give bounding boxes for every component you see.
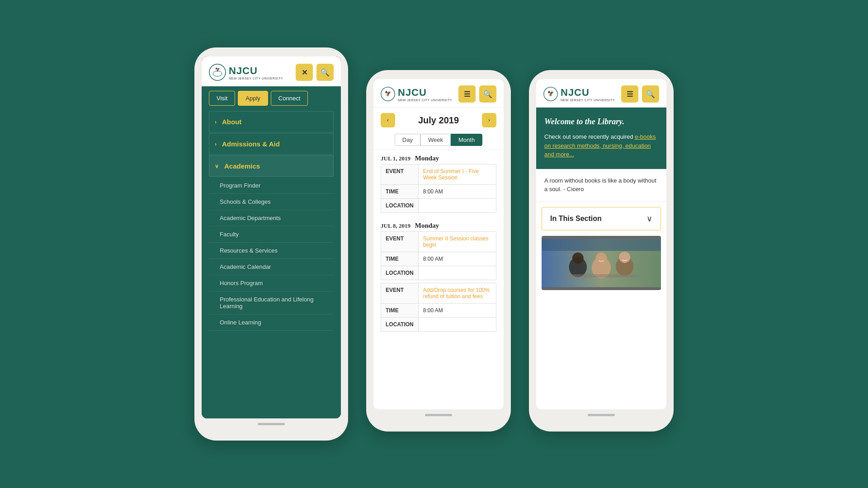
lib-logo-text: NJCU NEW JERSEY CITY UNIVERSITY [561,87,615,102]
sub-nav-schools[interactable]: Schools & Colleges [209,194,334,210]
nav-item-about[interactable]: › About [209,111,334,132]
time-label-1: TIME [381,185,419,199]
event-label-1: EVENT [381,164,419,185]
sub-nav-honors[interactable]: Honors Program [209,275,334,291]
nav-academics-label: Academics [224,162,260,170]
lib-search-button[interactable]: 🔍 [642,85,659,103]
lib-logo-icon: 🦅 [543,87,558,101]
event-table-2: EVENT Summer II Session classes begin TI… [381,231,496,280]
nav-admissions-label: Admissions & Aid [222,140,280,148]
scroll-indicator [258,423,285,425]
svg-text:🦅: 🦅 [385,90,392,97]
close-button[interactable]: ✕ [296,64,313,81]
location-label-3: LOCATION [381,318,419,332]
prev-month-button[interactable]: ‹ [381,113,395,127]
calendar-month-title: July 2019 [418,115,459,126]
scroll-indicator-3 [588,414,615,416]
apply-button[interactable]: Apply [238,91,268,106]
tab-month[interactable]: Month [451,134,482,146]
event-date-2: JUL 8, 2019 Monday [381,222,496,230]
month-nav: ‹ July 2019 › [373,108,504,130]
event-weekday-2: Monday [415,222,439,229]
hamburger-icon: ☰ [464,90,470,99]
scroll-indicator-2 [425,414,452,416]
svg-text:🦅: 🦅 [547,90,554,97]
action-buttons: Visit Apply Connect [202,86,341,108]
lib-search-icon: 🔍 [646,90,655,99]
nav-item-admissions[interactable]: › Admissions & Aid [209,133,334,155]
in-this-section-accordion[interactable]: In This Section ∨ [542,207,661,230]
location-label-2: LOCATION [381,266,419,280]
sub-nav-calendar[interactable]: Academic Calendar [209,259,334,275]
svg-point-0 [209,64,226,80]
next-month-button[interactable]: › [482,113,496,127]
event-weekday-1: Monday [415,155,439,162]
event-time-1: 8:00 AM [418,185,496,199]
sub-nav-resources[interactable]: Resources & Services [209,243,334,259]
lib-hamburger-icon: ☰ [627,90,633,99]
cal-logo-text: NJCU NEW JERSEY CITY UNIVERSITY [398,87,452,102]
nav-item-academics[interactable]: ∨ Academics [209,155,334,177]
event-label-2: EVENT [381,232,419,252]
time-label-3: TIME [381,304,419,318]
sub-nav-departments[interactable]: Academic Departments [209,210,334,226]
event-table-3: EVENT Add/Drop courses for 100% refund o… [381,283,496,332]
chevron-down-icon: ∨ [215,163,219,169]
lib-njcu-name: NJCU [561,87,615,99]
cal-header-icons: ☰ 🔍 [458,85,496,103]
sub-nav-online[interactable]: Online Learning [209,314,334,331]
nav-about-label: About [222,118,241,126]
cal-search-button[interactable]: 🔍 [479,85,496,103]
event-name-1: End of Summer I - Five Week Session [418,164,496,185]
phone-calendar: 🦅 NJCU NEW JERSEY CITY UNIVERSITY ☰ 🔍 ‹ [366,70,511,432]
nav-header: 🦅 NJCU NEW JERSEY CITY UNIVERSITY ✕ 🔍 [202,56,341,86]
close-icon: ✕ [302,68,307,77]
njcu-logo-text: NJCU NEW JERSEY CITY UNIVERSITY [229,65,283,80]
connect-button[interactable]: Connect [271,91,308,106]
lib-hero-before-text: Check out some recently acquired [544,133,635,140]
njcu-name-label: NJCU [229,65,283,77]
njcu-logo-icon: 🦅 [209,64,226,81]
cal-body: JUL 1, 2019 Monday EVENT End of Summer I… [373,150,504,409]
event-table-1: EVENT End of Summer I - Five Week Sessio… [381,164,496,213]
time-label-2: TIME [381,252,419,266]
cal-view-tabs: Day Week Month [373,130,504,150]
search-button[interactable]: 🔍 [316,64,334,81]
visit-button[interactable]: Visit [209,91,235,106]
lib-hamburger-button[interactable]: ☰ [621,85,638,103]
njcu-logo: 🦅 NJCU NEW JERSEY CITY UNIVERSITY [209,64,283,81]
lib-hero: Welcome to the Library. Check out some r… [536,108,666,169]
event-location-3 [418,318,496,332]
students-photo [542,236,661,290]
sub-nav-program-finder[interactable]: Program Finder [209,178,334,194]
sub-nav-faculty[interactable]: Faculty [209,226,334,243]
cal-logo: 🦅 NJCU NEW JERSEY CITY UNIVERSITY [381,87,452,102]
lib-header: 🦅 NJCU NEW JERSEY CITY UNIVERSITY ☰ 🔍 [536,79,666,108]
lib-hero-body: Check out some recently acquired e-books… [544,132,658,159]
cal-header: 🦅 NJCU NEW JERSEY CITY UNIVERSITY ☰ 🔍 [373,79,504,108]
chevron-right-icon: › [215,119,217,125]
lib-students-image [542,236,661,290]
svg-point-12 [596,253,607,264]
event-group-2: JUL 8, 2019 Monday [373,217,504,231]
svg-rect-8 [542,239,661,251]
tab-week[interactable]: Week [420,134,451,146]
event-label-3: EVENT [381,283,419,304]
chevron-right-icon-cal: › [488,117,491,124]
event-date-label-1: JUL 1, 2019 [381,155,410,162]
event-location-1 [418,199,496,213]
tab-day[interactable]: Day [395,134,420,146]
cal-hamburger-button[interactable]: ☰ [458,85,476,103]
event-time-2: 8:00 AM [418,252,496,266]
lib-header-icons: ☰ 🔍 [621,85,659,103]
section-label: In This Section [550,215,602,223]
event-time-3: 8:00 AM [418,304,496,318]
svg-point-14 [619,252,630,263]
search-icon: 🔍 [321,68,330,77]
lib-hero-title: Welcome to the Library. [544,117,658,127]
sub-nav-professional-ed[interactable]: Professional Education and Lifelong Lear… [209,291,334,314]
event-date-1: JUL 1, 2019 Monday [381,155,496,162]
event-name-3: Add/Drop courses for 100% refund of tuit… [418,283,496,304]
phone-library: 🦅 NJCU NEW JERSEY CITY UNIVERSITY ☰ 🔍 We… [529,70,674,432]
svg-rect-15 [566,274,639,277]
